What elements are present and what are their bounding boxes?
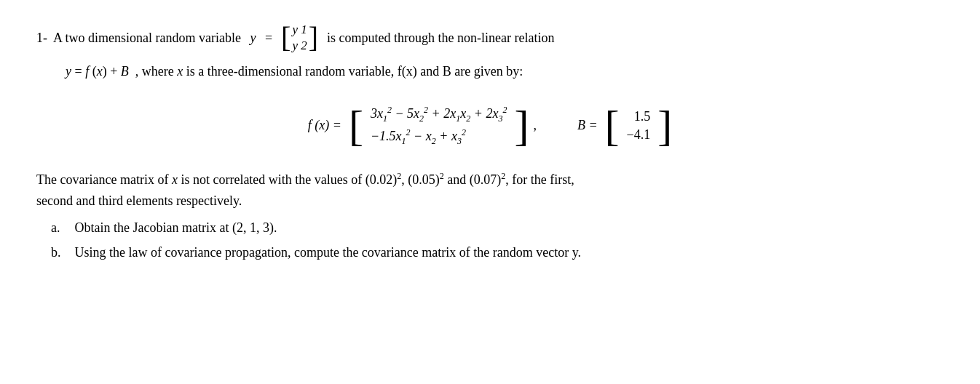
- covariance-text1: The covariance matrix of x is not correl…: [36, 172, 574, 187]
- fx-right-bracket: ]: [514, 104, 529, 148]
- y-variable: y: [247, 31, 259, 46]
- part-a-label: a.: [51, 217, 71, 239]
- part-b: b. Using the law of covariance propagati…: [51, 242, 944, 263]
- fx-row1: 3x12 − 5x22 + 2x1x2 + 2x32: [371, 105, 507, 124]
- b-row1: 1.5: [634, 109, 651, 124]
- b-left-bracket: [: [605, 104, 620, 148]
- formula-section: f (x) = [ 3x12 − 5x22 + 2x1x2 + 2x32 −1.…: [36, 104, 944, 148]
- fx-left-bracket: [: [349, 104, 363, 148]
- fx-expression: f (x) = [ 3x12 − 5x22 + 2x1x2 + 2x32 −1.…: [308, 104, 541, 148]
- fx-cells: 3x12 − 5x22 + 2x1x2 + 2x32 −1.5x12 − x2 …: [371, 105, 507, 146]
- covariance-text2: second and third elements respectively.: [36, 193, 242, 208]
- fx-label: f (x) =: [308, 118, 341, 133]
- part-b-label: b.: [51, 242, 71, 263]
- part-a-text: Obtain the Jacobian matrix at (2, 1, 3).: [75, 220, 277, 235]
- problem-container: 1- A two dimensional random variable y =…: [36, 22, 944, 263]
- line2-text: y = f (x) + B , where x is a three-dimen…: [66, 64, 523, 79]
- left-bracket: [: [281, 23, 291, 52]
- matrix-row1: y 1: [292, 22, 307, 38]
- line2: y = f (x) + B , where x is a three-dimen…: [66, 61, 944, 82]
- covariance-paragraph: The covariance matrix of x is not correl…: [36, 169, 944, 212]
- matrix-cells: y 1 y 2: [292, 22, 307, 54]
- b-label: B =: [577, 118, 598, 133]
- part-a: a. Obtain the Jacobian matrix at (2, 1, …: [51, 217, 944, 239]
- y-matrix: [ y 1 y 2 ]: [281, 22, 318, 54]
- equals-sign: =: [265, 31, 272, 46]
- b-row2: −4.1: [627, 127, 651, 143]
- part-b-text: Using the law of covariance propagation,…: [75, 245, 582, 260]
- matrix-row2: y 2: [292, 38, 307, 54]
- right-bracket: ]: [309, 23, 318, 52]
- b-expression: B = [ 1.5 −4.1 ]: [577, 104, 672, 148]
- line1: 1- A two dimensional random variable y =…: [36, 22, 944, 54]
- b-cells: 1.5 −4.1: [627, 109, 651, 143]
- is-computed-text: is computed through the non-linear relat…: [327, 31, 554, 46]
- intro-text: A two dimensional random variable: [53, 31, 241, 46]
- parts-list: a. Obtain the Jacobian matrix at (2, 1, …: [51, 217, 944, 264]
- fx-row2: −1.5x12 − x2 + x32: [371, 127, 466, 147]
- problem-number: 1-: [36, 31, 47, 46]
- comma: ,: [533, 118, 537, 133]
- b-right-bracket: ]: [657, 104, 672, 148]
